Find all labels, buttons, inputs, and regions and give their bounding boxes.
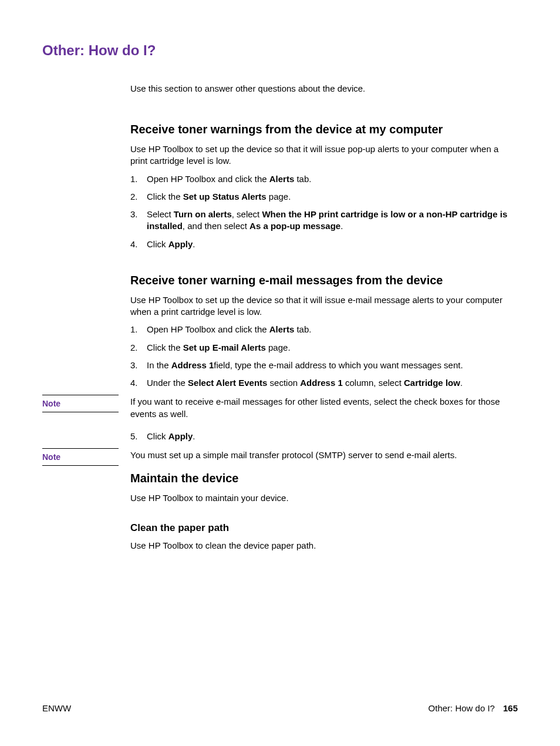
heading-clean-paper-path: Clean the paper path (130, 522, 518, 534)
section1-steps: Open HP Toolbox and click the Alerts tab… (130, 173, 518, 250)
section2-intro: Use HP Toolbox to set up the device so t… (130, 294, 518, 318)
subsection-clean-paper-path: Clean the paper path Use HP Toolbox to c… (130, 522, 518, 552)
intro-paragraph: Use this section to answer other questio… (130, 82, 518, 95)
page-number: 165 (503, 703, 518, 713)
page-title: Other: How do I? (42, 42, 518, 59)
note-label: Note (42, 395, 119, 412)
heading-maintain: Maintain the device (130, 472, 518, 485)
section1-intro: Use HP Toolbox to set up the device so t… (130, 143, 518, 167)
step-item: 5.Click Apply. (130, 431, 518, 442)
step-item: Click Apply. (130, 238, 518, 250)
section-email-warnings: Receive toner warning e-mail messages fr… (130, 274, 518, 389)
page-footer: ENWW Other: How do I? 165 (42, 703, 518, 713)
heading-toner-warnings: Receive toner warnings from the device a… (130, 123, 518, 136)
note-text: If you want to receive e-mail messages f… (130, 395, 518, 424)
note-text: You must set up a simple mail transfer p… (130, 448, 518, 465)
step-item: Open HP Toolbox and click the Alerts tab… (130, 324, 518, 335)
step-item: Under the Select Alert Events section Ad… (130, 377, 518, 389)
step-item: In the Address 1field, type the e-mail a… (130, 359, 518, 371)
step-item: Select Turn on alerts, select When the H… (130, 209, 518, 233)
note-label: Note (42, 448, 119, 466)
section-toner-warnings: Receive toner warnings from the device a… (130, 123, 518, 250)
section-maintain: Maintain the device Use HP Toolbox to ma… (130, 472, 518, 504)
heading-email-warnings: Receive toner warning e-mail messages fr… (130, 274, 518, 287)
footer-section-label: Other: How do I? (429, 703, 495, 713)
note-row: Note If you want to receive e-mail messa… (42, 395, 518, 424)
section2-step5: 5.Click Apply. (130, 431, 518, 442)
footer-left: ENWW (42, 703, 71, 713)
note-row: Note You must set up a simple mail trans… (42, 448, 518, 465)
section2-steps: Open HP Toolbox and click the Alerts tab… (130, 324, 518, 389)
section3-intro: Use HP Toolbox to maintain your device. (130, 492, 518, 504)
step-item: Click the Set up Status Alerts page. (130, 191, 518, 203)
step-item: Open HP Toolbox and click the Alerts tab… (130, 173, 518, 185)
clean-paper-path-para: Use HP Toolbox to clean the device paper… (130, 540, 518, 552)
step-item: Click the Set up E-mail Alerts page. (130, 342, 518, 354)
